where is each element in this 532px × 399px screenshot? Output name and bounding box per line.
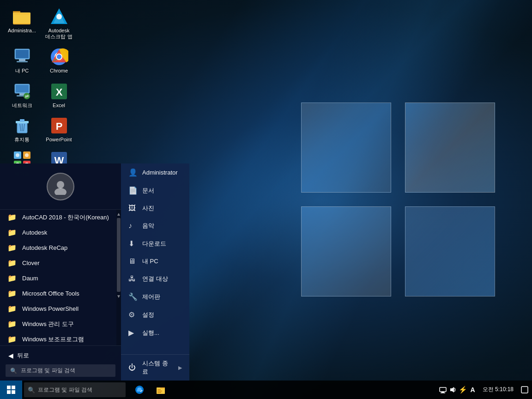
- desktop-icon-network[interactable]: ⇌ 네트워크: [5, 79, 39, 111]
- desktop-icon-chrome[interactable]: Chrome: [42, 45, 76, 77]
- taskbar: 🔍 프로그램 및 파일 검색: [0, 381, 532, 399]
- svg-rect-16: [16, 85, 29, 92]
- desktop-icon-autodesk-label: Autodesk데스크탑 앱: [45, 28, 72, 40]
- quick-link-documents[interactable]: 📄 문서: [121, 181, 189, 200]
- scroll-down-button[interactable]: ▼: [116, 292, 121, 300]
- svg-rect-52: [521, 387, 528, 393]
- music-icon: ♪: [128, 222, 137, 230]
- taskbar-icon-file-explorer[interactable]: [151, 381, 171, 399]
- quick-link-pictures[interactable]: 🖼 사진: [121, 200, 189, 217]
- svg-text:P: P: [55, 121, 62, 132]
- quick-link-run[interactable]: ▶ 실행...: [121, 324, 189, 342]
- run-icon: ▶: [128, 328, 137, 337]
- svg-rect-10: [17, 61, 28, 62]
- quick-link-mypc-label: 내 PC: [142, 257, 158, 266]
- recycle-icon: [13, 116, 31, 135]
- desktop-icon-administrator-label: Administra...: [8, 28, 36, 34]
- control-link-icon: 🔧: [128, 292, 137, 301]
- svg-marker-51: [450, 387, 454, 393]
- folder-icon-ms-office: 📁: [7, 289, 17, 298]
- start-menu-scrollbar[interactable]: ▲ ▼: [116, 210, 121, 345]
- desktop-icon-chrome-label: Chrome: [50, 68, 68, 74]
- tray-power-icon[interactable]: ⚡: [459, 385, 468, 394]
- svg-rect-42: [12, 390, 15, 394]
- language-indicator[interactable]: A: [469, 386, 477, 393]
- desktop-icon-area: Administra... Autodesk데스크탑 앱: [5, 5, 76, 180]
- desktop-icon-network-label: 네트워크: [12, 103, 32, 109]
- quick-link-shutdown-label: 시스템 종료: [142, 359, 173, 376]
- win-pane-bl: [301, 206, 391, 296]
- desktop-icon-autodesk[interactable]: Autodesk데스크탑 앱: [42, 5, 76, 42]
- pc-icon: [13, 48, 31, 66]
- desktop-icon-powerpoint[interactable]: P PowerPoint: [42, 114, 76, 145]
- quick-link-username-label: Administrator: [142, 169, 178, 176]
- notification-button[interactable]: [517, 381, 532, 399]
- edge-icon: [134, 385, 145, 395]
- app-label-win-accessibility: Windows 보조프로그램: [22, 335, 84, 344]
- app-item-win-admin[interactable]: 📁 Windows 관리 도구: [0, 316, 116, 332]
- app-label-autodesk: Autodesk: [22, 229, 47, 236]
- app-item-win-accessibility[interactable]: 📁 Windows 보조프로그램: [0, 332, 116, 345]
- quick-link-network[interactable]: 🖧 연결 대상: [121, 270, 189, 288]
- back-button[interactable]: ◀ 뒤로: [6, 350, 115, 362]
- excel-icon: X: [50, 82, 68, 101]
- user-profile-section: [0, 163, 121, 210]
- taskbar-search[interactable]: 🔍 프로그램 및 파일 검색: [24, 382, 126, 397]
- svg-point-31: [16, 153, 19, 157]
- quick-link-shutdown[interactable]: ⏻ 시스템 종료 ▶: [121, 354, 189, 381]
- tray-network-icon[interactable]: [438, 385, 447, 394]
- clock[interactable]: 오전 5:10:18: [479, 386, 517, 393]
- quick-link-mypc[interactable]: 🖥 내 PC: [121, 253, 189, 270]
- svg-rect-8: [16, 50, 29, 58]
- svg-point-38: [54, 188, 66, 195]
- quick-link-control-label: 제어판: [142, 293, 160, 301]
- app-list[interactable]: 📁 AutoCAD 2018 - 한국어(Korean) 📁 Autodesk …: [0, 210, 116, 345]
- start-button[interactable]: [0, 381, 22, 399]
- svg-rect-49: [441, 392, 444, 393]
- quick-link-settings[interactable]: ⚙ 설정: [121, 306, 189, 324]
- taskbar-icon-edge[interactable]: [129, 381, 150, 399]
- taskbar-search-placeholder: 프로그램 및 파일 검색: [38, 386, 92, 394]
- power-icon: ⏻: [128, 363, 137, 372]
- svg-rect-24: [20, 119, 24, 122]
- scroll-up-button[interactable]: ▲: [116, 210, 121, 218]
- windows-logo-background: [301, 103, 495, 296]
- desktop-icon-mypc-label: 내 PC: [15, 68, 29, 74]
- quick-link-control[interactable]: 🔧 제어판: [121, 288, 189, 306]
- app-item-autodesk[interactable]: 📁 Autodesk: [0, 225, 116, 240]
- icon-row-1: 내 PC Chrome: [5, 45, 76, 77]
- desktop-icon-mypc[interactable]: 내 PC: [5, 45, 39, 77]
- powerpoint-icon: P: [50, 116, 68, 135]
- app-list-container: 📁 AutoCAD 2018 - 한국어(Korean) 📁 Autodesk …: [0, 210, 121, 345]
- start-search-bar[interactable]: 🔍 프로그램 및 파일 검색: [6, 364, 115, 377]
- mypc-link-icon: 🖥: [128, 257, 137, 266]
- app-item-win-powershell[interactable]: 📁 Windows PowerShell: [0, 301, 116, 316]
- system-tray: ⚡ A: [436, 385, 479, 394]
- documents-icon: 📄: [128, 186, 137, 195]
- quick-link-username[interactable]: 👤 Administrator: [121, 163, 189, 181]
- desktop-icon-recycle[interactable]: 휴지통: [5, 114, 39, 145]
- desktop: Administra... Autodesk데스크탑 앱: [0, 0, 532, 399]
- clock-time: 오전 5:10:18: [483, 386, 514, 393]
- win-pane-br: [405, 206, 495, 296]
- svg-point-37: [57, 181, 64, 188]
- back-label: 뒤로: [17, 351, 29, 360]
- tray-sound-icon[interactable]: [448, 385, 458, 394]
- app-item-ms-office[interactable]: 📁 Microsoft Office Tools: [0, 286, 116, 301]
- app-item-clover[interactable]: 📁 Clover: [0, 255, 116, 271]
- quick-link-downloads[interactable]: ⬇ 다운로드: [121, 235, 189, 253]
- taskbar-pinned-icons: [129, 381, 171, 399]
- app-label-ms-office: Microsoft Office Tools: [22, 290, 79, 297]
- quick-link-network-label: 연결 대상: [142, 275, 168, 283]
- svg-rect-45: [157, 389, 161, 390]
- desktop-icon-administrator[interactable]: Administra...: [5, 5, 39, 42]
- folder-icon-autodesk: 📁: [7, 228, 17, 237]
- folder-icon-win-admin: 📁: [7, 320, 17, 328]
- app-item-autodesk-recap[interactable]: 📁 Autodesk ReCap: [0, 240, 116, 255]
- app-item-daum[interactable]: 📁 Daum: [0, 271, 116, 286]
- app-item-autocad[interactable]: 📁 AutoCAD 2018 - 한국어(Korean): [0, 210, 116, 225]
- start-menu-bottom: ◀ 뒤로 🔍 프로그램 및 파일 검색: [0, 345, 121, 381]
- autodesk-icon: [50, 7, 68, 26]
- quick-link-music[interactable]: ♪ 음악: [121, 217, 189, 235]
- desktop-icon-excel[interactable]: X Excel: [42, 79, 76, 111]
